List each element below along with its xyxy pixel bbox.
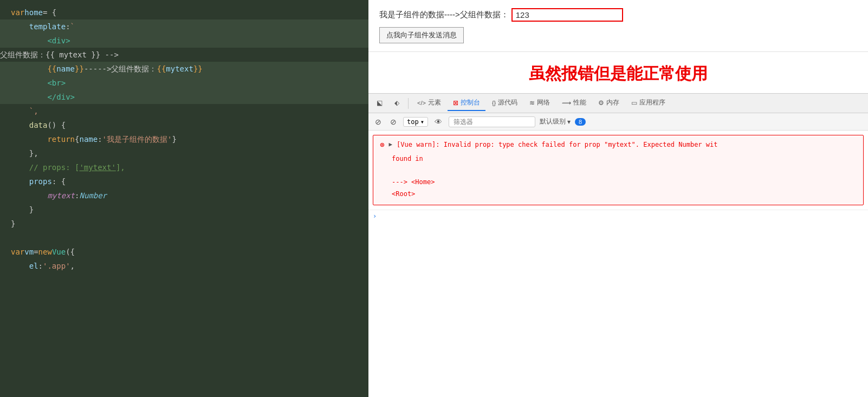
code-line: }, (0, 146, 368, 160)
console-input-row: › (368, 210, 868, 222)
tab-inspector2[interactable]: ⬖ (389, 96, 405, 110)
code-line: return { name : '我是子组件的数据' } (0, 132, 368, 146)
code-line: } (0, 203, 368, 217)
code-line: } (0, 217, 368, 231)
punct: () { (47, 118, 66, 132)
error-line: ⊗ ▶ [Vue warn]: Invalid prop: type check… (380, 140, 857, 150)
code-line: mytext : Number (0, 188, 368, 203)
func: data (29, 118, 48, 132)
found-in-text: found in (392, 155, 423, 162)
kw-return: return (47, 132, 75, 146)
context-label: top (407, 118, 419, 126)
punct: : { (52, 174, 66, 188)
devtools-tab-bar: ⬕ ⬖ </> 元素 ⊠ 控制台 {} 源代码 ≋ 网络 (368, 94, 868, 113)
punct: , (70, 259, 75, 273)
punct: : (98, 132, 102, 146)
level-label: 默认级别 (540, 117, 566, 126)
code-line: // props: [ 'mytext' ], (0, 160, 368, 174)
tree-home: ---> <Home> (392, 178, 435, 186)
error-block: ⊗ ▶ [Vue warn]: Invalid prop: type check… (373, 135, 864, 205)
vue-class: Vue (52, 245, 66, 259)
block-button[interactable]: ⊘ (388, 116, 399, 127)
indent (11, 104, 29, 118)
comment: // props: [ (29, 160, 80, 174)
tag-br: <br> (47, 76, 66, 90)
prop-mytext: mytext (47, 188, 75, 203)
app-output: 我是子组件的数据---->父组件数据： 点我向子组件发送消息 (368, 0, 868, 52)
prop: template (29, 19, 66, 34)
tag-close-div: </div> (47, 90, 75, 104)
data-input[interactable] (511, 8, 623, 22)
indent (11, 76, 47, 90)
tab-separator (408, 98, 409, 109)
code-line: data () { (0, 118, 368, 132)
memory-icon: ⚙ (598, 99, 604, 107)
code-line-empty (0, 231, 368, 245)
mustache-open: {{ (47, 62, 56, 76)
type-number: Number (79, 188, 107, 203)
tab-memory[interactable]: ⚙ 内存 (593, 95, 625, 111)
devtools-panel: ⬕ ⬖ </> 元素 ⊠ 控制台 {} 源代码 ≋ 网络 (368, 93, 868, 397)
punct: = { (43, 5, 56, 19)
error-message: [Vue warn]: Invalid prop: type check fai… (397, 140, 717, 150)
app-icon: ▭ (631, 99, 637, 107)
context-selector[interactable]: top ▾ (403, 117, 428, 127)
tab-performance[interactable]: ⟿ 性能 (556, 95, 592, 111)
eye-button[interactable]: 👁 (432, 116, 444, 127)
indent (11, 174, 29, 188)
var-name: home (24, 5, 43, 19)
indent (11, 203, 29, 217)
mustache-close: }} (75, 62, 84, 76)
indent (11, 90, 47, 104)
str-app: '.app' (43, 259, 70, 273)
tab-console-label: 控制台 (461, 98, 480, 107)
code-line: </div> (0, 90, 368, 104)
inspector1-icon: ⬕ (377, 99, 383, 107)
chevron-down-icon: ▾ (420, 118, 424, 126)
tab-sources[interactable]: {} 源代码 (487, 95, 523, 111)
code-line: var home = { (0, 5, 368, 19)
indent (11, 118, 29, 132)
tab-app-label: 应用程序 (639, 98, 665, 107)
console-icon: ⊠ (453, 99, 458, 107)
tab-inspector1[interactable]: ⬕ (371, 96, 388, 110)
code-line: props : { (0, 174, 368, 188)
mustache-open2: {{ (157, 62, 166, 76)
app-data-line: 我是子组件的数据---->父组件数据： (379, 8, 857, 22)
tab-network[interactable]: ≋ 网络 (524, 95, 555, 111)
kw-new: new (38, 245, 52, 259)
chevron-right-icon: › (373, 212, 377, 220)
punct: : (38, 259, 43, 273)
tag: <div> (47, 34, 70, 48)
sources-icon: {} (492, 100, 496, 106)
code-line: <div> (0, 34, 368, 48)
clear-button[interactable]: ⊘ (373, 116, 384, 127)
code-line: <br> (0, 76, 368, 90)
console-area[interactable]: ⊗ ▶ [Vue warn]: Invalid prop: type check… (368, 131, 868, 397)
punct: { (75, 132, 79, 146)
tab-elements[interactable]: </> 元素 (412, 95, 446, 111)
punct: : (75, 188, 79, 203)
indent (11, 160, 29, 174)
tab-console[interactable]: ⊠ 控制台 (448, 95, 485, 111)
send-button[interactable]: 点我向子组件发送消息 (379, 27, 464, 43)
punct: } (172, 132, 176, 146)
expand-icon[interactable]: ▶ (388, 141, 392, 148)
punct: = (34, 245, 38, 259)
app-text: 我是子组件的数据---->父组件数据： (379, 10, 509, 20)
indent (11, 259, 29, 273)
keyword: var (11, 5, 24, 19)
tab-elements-label: 元素 (428, 98, 441, 107)
indent (11, 188, 47, 203)
error-found: found in ---> <Home> <Root> (380, 153, 857, 200)
prop-props: props (29, 174, 52, 188)
code-line: {{ name }} ----->父组件数据： {{ mytext }} (0, 62, 368, 76)
tree-root: <Root> (392, 190, 415, 198)
code-editor: var home = { template : ` <div> 父组件数据：{{… (0, 0, 368, 397)
tab-application[interactable]: ▭ 应用程序 (626, 95, 671, 111)
punct: } (29, 203, 34, 217)
filter-input[interactable] (449, 116, 535, 127)
indent (11, 62, 47, 76)
level-selector[interactable]: 默认级别 ▾ (540, 117, 571, 126)
tab-sources-label: 源代码 (498, 98, 517, 107)
